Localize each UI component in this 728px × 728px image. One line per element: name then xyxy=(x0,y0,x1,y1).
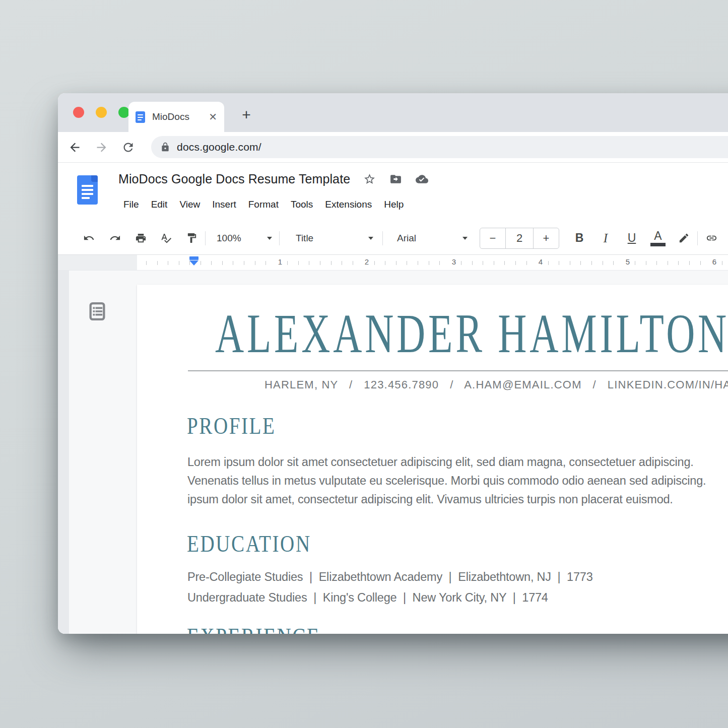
ruler-mark: 6 xyxy=(710,257,718,266)
ruler-mark: 3 xyxy=(450,257,458,266)
browser-window: MioDocs ✕ + docs.google.com/ MioDocs Goo… xyxy=(58,93,728,634)
tab-close-icon[interactable]: ✕ xyxy=(209,112,217,122)
minimize-window-button[interactable] xyxy=(96,107,107,118)
reload-button[interactable] xyxy=(119,139,137,156)
chevron-down-icon xyxy=(462,237,468,240)
back-button[interactable] xyxy=(66,139,83,156)
decrease-font-size-button[interactable]: − xyxy=(480,228,505,248)
ruler-mark: 5 xyxy=(624,257,632,266)
lock-icon xyxy=(160,142,170,152)
text-color-button[interactable]: A xyxy=(647,228,669,248)
menu-format[interactable]: Format xyxy=(242,196,285,213)
font-size-value[interactable]: 2 xyxy=(505,228,534,248)
docs-favicon-icon xyxy=(136,111,145,123)
tab-title: MioDocs xyxy=(152,111,209,122)
document-title[interactable]: MioDocs Google Docs Resume Template xyxy=(118,172,350,186)
font-select[interactable]: Arial xyxy=(392,233,468,244)
ruler-mark: 2 xyxy=(363,257,371,266)
redo-button[interactable] xyxy=(105,229,124,248)
text-color-swatch xyxy=(650,243,666,246)
education-line: Pre-Collegiate Studies | Elizabethtown A… xyxy=(187,570,593,584)
menu-help[interactable]: Help xyxy=(378,196,410,213)
url-text: docs.google.com/ xyxy=(177,141,261,153)
bold-button[interactable]: B xyxy=(568,228,590,248)
docs-app-icon[interactable] xyxy=(77,175,98,205)
spellcheck-button[interactable] xyxy=(156,229,175,248)
browser-navbar: docs.google.com/ xyxy=(58,132,728,163)
underline-button[interactable]: U xyxy=(621,228,643,248)
menu-tools[interactable]: Tools xyxy=(285,196,319,213)
paint-roller-icon xyxy=(186,232,197,244)
menu-insert[interactable]: Insert xyxy=(206,196,242,213)
document-page[interactable]: ALEXANDER HAMILTON HARLEM, NY / 123.456.… xyxy=(137,285,728,634)
arrow-back-icon xyxy=(68,141,82,154)
document-viewport: ALEXANDER HAMILTON HARLEM, NY / 123.456.… xyxy=(58,271,728,634)
ruler-ticks xyxy=(146,261,728,265)
menu-bar: File Edit View Insert Format Tools Exten… xyxy=(117,196,410,213)
experience-heading: EXPERIENCE xyxy=(187,625,320,634)
forward-button[interactable] xyxy=(93,139,110,156)
format-toolbar: 100% Title Arial − 2 + B I U A xyxy=(58,222,728,255)
profile-text-line: ipsum dolor sit amet, consectetur adipis… xyxy=(187,493,673,506)
undo-icon xyxy=(83,232,95,244)
reload-icon xyxy=(121,141,135,154)
ruler-mark: 1 xyxy=(276,257,284,266)
paragraph-style-select[interactable]: Title xyxy=(289,233,373,244)
tab-miodocs[interactable]: MioDocs ✕ xyxy=(128,102,224,132)
font-value: Arial xyxy=(397,233,416,244)
zoom-window-button[interactable] xyxy=(118,107,129,118)
horizontal-ruler: 1 2 3 4 5 6 xyxy=(58,255,728,271)
undo-button[interactable] xyxy=(79,229,98,248)
profile-text-line: Lorem ipsum dolor sit amet consectetuer … xyxy=(187,455,694,469)
education-line: Undergraduate Studies | King's College |… xyxy=(187,591,548,605)
tab-strip: MioDocs ✕ + xyxy=(58,93,728,132)
style-value: Title xyxy=(296,233,313,244)
zoom-value: 100% xyxy=(217,233,241,244)
document-outline-button[interactable] xyxy=(87,301,107,324)
profile-text-line: Venenatis tellus in metus vulputate eu s… xyxy=(187,474,706,488)
url-bar[interactable]: docs.google.com/ xyxy=(151,136,728,158)
highlight-color-button[interactable] xyxy=(674,229,693,248)
profile-heading: PROFILE xyxy=(187,415,276,438)
window-controls xyxy=(73,107,129,118)
menu-file[interactable]: File xyxy=(117,196,145,213)
paint-format-button[interactable] xyxy=(182,229,201,248)
insert-link-button[interactable] xyxy=(702,229,721,248)
chevron-down-icon xyxy=(267,237,272,240)
name-underline-rule xyxy=(188,370,728,371)
increase-font-size-button[interactable]: + xyxy=(534,228,559,248)
outline-icon xyxy=(87,301,107,321)
indent-marker[interactable] xyxy=(189,256,198,266)
move-folder-icon[interactable] xyxy=(389,173,402,185)
new-tab-button[interactable]: + xyxy=(238,107,254,123)
viewport-edge xyxy=(58,271,69,634)
star-icon[interactable] xyxy=(363,173,376,185)
print-button[interactable] xyxy=(131,229,150,248)
print-icon xyxy=(135,232,147,244)
close-window-button[interactable] xyxy=(73,107,84,118)
menu-view[interactable]: View xyxy=(173,196,206,213)
font-size-control: − 2 + xyxy=(480,228,559,249)
zoom-select[interactable]: 100% xyxy=(217,233,272,244)
text-color-label: A xyxy=(654,230,661,242)
cloud-saved-icon[interactable] xyxy=(416,173,428,185)
docs-header: MioDocs Google Docs Resume Template File… xyxy=(58,163,728,222)
redo-icon xyxy=(109,232,121,244)
education-heading: EDUCATION xyxy=(187,533,311,556)
contact-line: HARLEM, NY / 123.456.7890 / A.HAM@EMAIL.… xyxy=(264,378,728,391)
chevron-down-icon xyxy=(368,237,373,240)
link-icon xyxy=(706,232,717,244)
italic-button[interactable]: I xyxy=(594,228,617,248)
spellcheck-icon xyxy=(160,232,172,244)
menu-edit[interactable]: Edit xyxy=(145,196,174,213)
arrow-forward-icon xyxy=(95,141,108,154)
menu-extensions[interactable]: Extensions xyxy=(319,196,378,213)
highlighter-icon xyxy=(678,232,690,244)
resume-name: ALEXANDER HAMILTON xyxy=(215,306,728,361)
ruler-mark: 4 xyxy=(537,257,545,266)
